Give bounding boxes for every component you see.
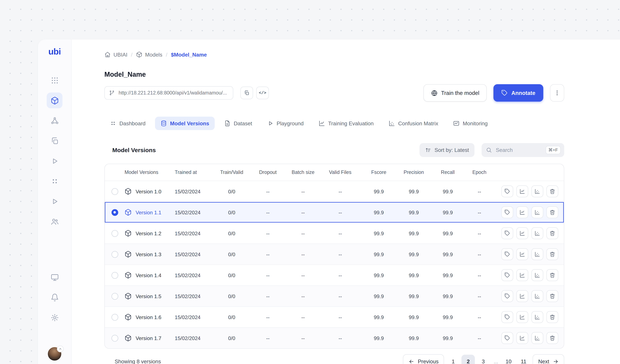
search-input[interactable] bbox=[495, 147, 542, 153]
sidebar-item-run[interactable] bbox=[47, 153, 62, 169]
breadcrumb-home[interactable]: UBIAI bbox=[104, 51, 127, 58]
sidebar-item-pipelines[interactable] bbox=[47, 113, 62, 128]
sidebar-item-team[interactable] bbox=[47, 213, 62, 229]
table-row[interactable]: Version 1.2 15/02/2024 0/0 -- -- -- 99.9… bbox=[105, 223, 564, 243]
tag-version-button[interactable] bbox=[501, 248, 513, 260]
valid-files-cell: -- bbox=[320, 293, 361, 299]
page-button[interactable]: 11 bbox=[517, 355, 530, 364]
row-radio[interactable] bbox=[111, 209, 118, 216]
evaluation-chart-button[interactable] bbox=[516, 248, 528, 260]
confusion-matrix-button[interactable] bbox=[531, 332, 543, 344]
tab-dashboard[interactable]: Dashboard bbox=[104, 117, 151, 130]
table-row[interactable]: Version 1.0 15/02/2024 0/0 -- -- -- 99.9… bbox=[105, 181, 564, 202]
version-cell[interactable]: Version 1.4 bbox=[124, 272, 175, 279]
confusion-matrix-button[interactable] bbox=[531, 269, 543, 281]
evaluation-chart-button[interactable] bbox=[516, 227, 528, 239]
delete-version-button[interactable] bbox=[546, 248, 558, 260]
table-row[interactable]: Version 1.4 15/02/2024 0/0 -- -- -- 99.9… bbox=[105, 264, 564, 285]
row-radio[interactable] bbox=[111, 230, 118, 237]
row-radio[interactable] bbox=[111, 251, 118, 258]
page-button[interactable]: 1 bbox=[447, 355, 460, 364]
evaluation-chart-button[interactable] bbox=[516, 206, 528, 218]
evaluation-chart-button[interactable] bbox=[516, 269, 528, 281]
evaluation-chart-button[interactable] bbox=[516, 311, 528, 323]
table-row[interactable]: Version 1.7 15/02/2024 0/0 -- -- -- 99.9… bbox=[105, 327, 564, 348]
tag-version-button[interactable] bbox=[501, 332, 513, 344]
sidebar-item-deploy[interactable] bbox=[47, 193, 62, 209]
sort-button[interactable]: Sort by: Latest bbox=[419, 143, 474, 157]
sidebar-item-notifications[interactable] bbox=[47, 289, 62, 305]
tab-monitoring[interactable]: Monitoring bbox=[448, 117, 493, 130]
row-radio[interactable] bbox=[111, 188, 118, 195]
page-button[interactable]: 3 bbox=[477, 355, 490, 364]
confusion-matrix-button[interactable] bbox=[531, 185, 543, 197]
delete-version-button[interactable] bbox=[546, 269, 558, 281]
sidebar-item-components[interactable] bbox=[47, 173, 62, 189]
table-row[interactable]: Version 1.3 15/02/2024 0/0 -- -- -- 99.9… bbox=[105, 243, 564, 264]
row-radio[interactable] bbox=[111, 272, 118, 279]
tag-version-button[interactable] bbox=[501, 206, 513, 218]
avatar-expand-button[interactable] bbox=[57, 346, 64, 352]
row-radio[interactable] bbox=[111, 293, 118, 300]
app-logo[interactable]: ubi bbox=[38, 47, 71, 57]
version-cell[interactable]: Version 1.5 bbox=[124, 292, 175, 300]
delete-version-button[interactable] bbox=[546, 290, 558, 302]
confusion-matrix-button[interactable] bbox=[531, 206, 543, 218]
delete-version-button[interactable] bbox=[546, 227, 558, 239]
table-row[interactable]: Version 1.6 15/02/2024 0/0 -- -- -- 99.9… bbox=[105, 306, 564, 327]
search-box[interactable]: ⌘+F bbox=[481, 143, 564, 157]
tag-version-button[interactable] bbox=[501, 311, 513, 323]
tab-playground[interactable]: Playground bbox=[262, 117, 309, 130]
version-cell[interactable]: Version 1.1 bbox=[124, 209, 175, 216]
tag-version-button[interactable] bbox=[501, 290, 513, 302]
evaluation-chart-button[interactable] bbox=[516, 332, 528, 344]
confusion-matrix-button[interactable] bbox=[531, 311, 543, 323]
evaluation-chart-button[interactable] bbox=[516, 290, 528, 302]
annotate-button[interactable]: Annotate bbox=[494, 84, 543, 102]
more-options-button[interactable] bbox=[550, 84, 564, 102]
page-button[interactable]: 2 bbox=[462, 355, 475, 364]
train-model-button[interactable]: Train the model bbox=[423, 84, 487, 102]
api-url-input[interactable] bbox=[118, 90, 229, 96]
delete-version-button[interactable] bbox=[546, 311, 558, 323]
version-cell[interactable]: Version 1.0 bbox=[124, 188, 175, 195]
next-page-button[interactable]: Next bbox=[533, 354, 564, 364]
tab-model-versions[interactable]: Model Versions bbox=[155, 117, 215, 130]
delete-version-button[interactable] bbox=[546, 206, 558, 218]
tab-dataset[interactable]: Dataset bbox=[219, 117, 258, 130]
version-cell[interactable]: Version 1.6 bbox=[124, 314, 175, 320]
sidebar-item-workspace[interactable] bbox=[47, 269, 62, 285]
confusion-matrix-button[interactable] bbox=[531, 227, 543, 239]
row-radio[interactable] bbox=[111, 335, 118, 341]
version-cell[interactable]: Version 1.2 bbox=[124, 230, 175, 237]
delete-version-button[interactable] bbox=[546, 185, 558, 197]
copy-url-button[interactable] bbox=[240, 87, 253, 99]
confusion-matrix-button[interactable] bbox=[531, 290, 543, 302]
sidebar-item-models[interactable] bbox=[47, 92, 62, 108]
code-snippet-button[interactable]: </> bbox=[256, 87, 269, 99]
avatar[interactable] bbox=[48, 347, 61, 361]
tab-training-evaluation[interactable]: Training Evaluation bbox=[313, 117, 379, 130]
evaluation-chart-button[interactable] bbox=[516, 185, 528, 197]
previous-page-button[interactable]: Previous bbox=[403, 354, 444, 364]
version-cell[interactable]: Version 1.7 bbox=[124, 334, 175, 342]
api-url-field[interactable] bbox=[104, 86, 233, 100]
tag-version-button[interactable] bbox=[501, 227, 513, 239]
tag-version-button[interactable] bbox=[501, 185, 513, 197]
row-radio[interactable] bbox=[111, 314, 118, 320]
breadcrumb-current[interactable]: $Model_Name bbox=[171, 52, 207, 58]
table-row[interactable]: Version 1.5 15/02/2024 0/0 -- -- -- 99.9… bbox=[105, 285, 564, 306]
tag-version-button[interactable] bbox=[501, 269, 513, 281]
page-button[interactable]: 10 bbox=[502, 355, 515, 364]
sidebar-item-apps[interactable] bbox=[47, 72, 62, 88]
version-cell[interactable]: Version 1.3 bbox=[124, 251, 175, 258]
sidebar-item-projects[interactable] bbox=[47, 133, 62, 149]
trained-at-cell: 15/02/2024 bbox=[175, 251, 214, 257]
breadcrumb-models[interactable]: Models bbox=[136, 51, 162, 58]
sidebar-item-settings[interactable] bbox=[47, 310, 62, 325]
confusion-matrix-button[interactable] bbox=[531, 248, 543, 260]
delete-version-button[interactable] bbox=[546, 332, 558, 344]
arrow-right-icon bbox=[553, 358, 559, 364]
tab-confusion-matrix[interactable]: Confusion Matrix bbox=[383, 117, 444, 130]
table-row[interactable]: Version 1.1 15/02/2024 0/0 -- -- -- 99.9… bbox=[105, 202, 564, 223]
